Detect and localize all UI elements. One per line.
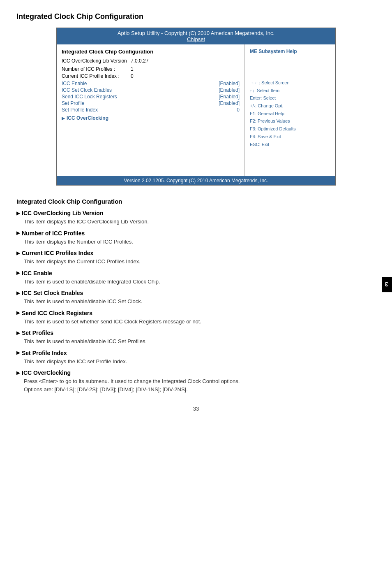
bullet-title: Send ICC Clock Registers <box>16 310 376 316</box>
nav-item: ESC: Exit <box>250 141 330 149</box>
bullet-text: This item displays the Number of ICC Pro… <box>24 238 376 246</box>
bullet-title: ICC Enable <box>16 270 376 276</box>
bios-left-title: Integrated Clock Chip Configuration <box>62 49 240 55</box>
bullet-text: This item displays the ICC set Profile I… <box>24 358 376 366</box>
bullet-title: Set Profiles <box>16 330 376 336</box>
bullet-text: This item is used to enable/disable ICC … <box>24 297 376 306</box>
bullet-title: Set Profile Index <box>16 350 376 356</box>
bios-settings-list: ICC Enable[Enabled]ICC Set Clock Enables… <box>62 81 240 113</box>
bios-header: Aptio Setup Utility - Copyright (C) 2010… <box>57 28 335 44</box>
bios-chipset-label: Chipset <box>187 36 205 42</box>
bullet-text: This item displays the Current ICC Profi… <box>24 258 376 266</box>
bullet-section: Current ICC Profiles IndexThis item disp… <box>16 250 376 266</box>
bullet-section: ICC OverClocking Lib VersionThis item di… <box>16 210 376 226</box>
bios-screenshot: Aptio Setup Utility - Copyright (C) 2010… <box>56 28 336 186</box>
page-title: Integrated Clock Chip Configuration <box>16 12 376 21</box>
nav-item: F4: Save & Exit <box>250 133 330 141</box>
nav-item: +/-: Change Opt. <box>250 102 330 110</box>
bullet-section: Send ICC Clock RegistersThis item is use… <box>16 310 376 326</box>
bios-submenu-icc: ICC OverClocking <box>62 115 240 121</box>
bios-setting-row: Set Profile[Enabled] <box>62 100 240 106</box>
bullet-section: Number of ICC ProfilesThis item displays… <box>16 230 376 246</box>
bullet-text: This item is used to enable/disable ICC … <box>24 337 376 346</box>
bullet-section: ICC OverClockingPress <Enter> to go to i… <box>16 369 376 393</box>
bullet-text: This item is used to enable/disable Inte… <box>24 278 376 286</box>
page-number: 33 <box>16 406 376 412</box>
bullet-section: ICC EnableThis item is used to enable/di… <box>16 270 376 286</box>
bullet-title: Number of ICC Profiles <box>16 230 376 237</box>
bullet-text: This item is used to set whether send IC… <box>24 318 376 326</box>
bios-profiles-row: Number of ICC Profiles : 1 <box>62 66 240 72</box>
bullet-title: ICC OverClocking Lib Version <box>16 210 376 216</box>
bios-lib-version-row: ICC OverClocking Lib Version 7.0.0.27 <box>62 58 240 64</box>
nav-item: →←: Select Screen <box>250 79 330 87</box>
bullet-text: Press <Enter> to go to its submenu. It u… <box>24 377 376 393</box>
nav-item: F3: Optimized Defaults <box>250 125 330 133</box>
bios-setting-row: ICC Enable[Enabled] <box>62 81 240 86</box>
nav-item: F2: Previous Values <box>250 117 330 125</box>
bios-left-panel: Integrated Clock Chip Configuration ICC … <box>57 44 245 176</box>
bios-footer: Version 2.02.1205. Copyright (C) 2010 Am… <box>57 176 335 185</box>
body-section: Integrated Clock Chip Configuration ICC … <box>16 198 376 393</box>
bios-current-profile-row: Current ICC Profile Index : 0 <box>62 73 240 79</box>
bios-setting-row: Set Profile Index0 <box>62 107 240 113</box>
bullet-title: ICC Set Clock Enables <box>16 290 376 296</box>
bullets-container: ICC OverClocking Lib VersionThis item di… <box>16 210 376 393</box>
bios-help-title: ME Subsystem Help <box>250 49 330 54</box>
bullet-title: ICC OverClocking <box>16 369 376 376</box>
nav-item: ↑↓: Select Item <box>250 87 330 95</box>
bullet-title: Current ICC Profiles Index <box>16 250 376 256</box>
body-section-heading: Integrated Clock Chip Configuration <box>16 198 376 205</box>
bios-nav-help: →←: Select Screen↑↓: Select ItemEnter: S… <box>250 79 330 148</box>
bullet-section: Set Profile IndexThis item displays the … <box>16 350 376 366</box>
bios-right-panel: ME Subsystem Help →←: Select Screen↑↓: S… <box>245 44 335 176</box>
bullet-section: Set ProfilesThis item is used to enable/… <box>16 330 376 346</box>
bullet-section: ICC Set Clock EnablesThis item is used t… <box>16 290 376 306</box>
nav-item: F1: General Help <box>250 110 330 118</box>
bios-setting-row: Send ICC Lock Registers[Enabled] <box>62 94 240 100</box>
bios-setting-row: ICC Set Clock Enables[Enabled] <box>62 87 240 93</box>
nav-item: Enter: Select <box>250 94 330 102</box>
chapter-tab: ω <box>382 277 392 293</box>
bullet-text: This item displays the ICC OverClocking … <box>24 218 376 226</box>
